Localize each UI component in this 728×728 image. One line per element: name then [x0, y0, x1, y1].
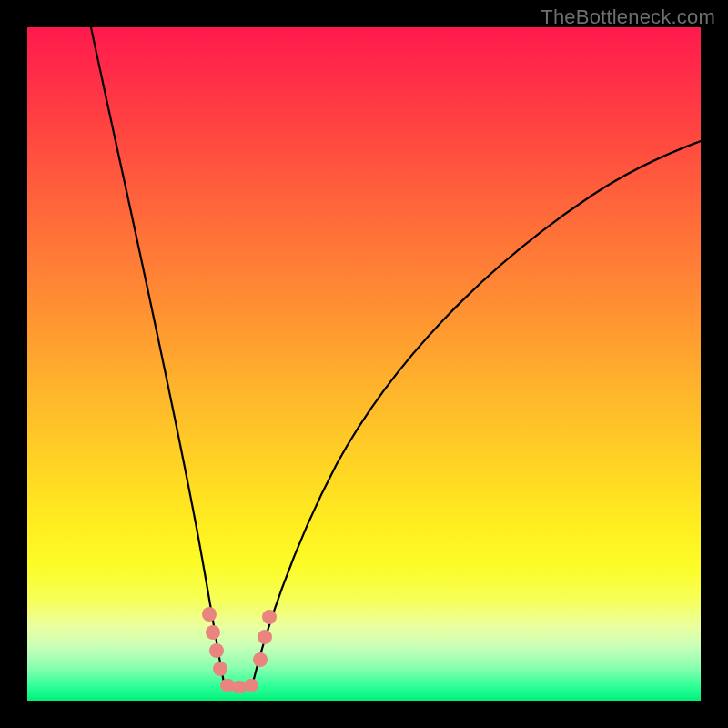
curves-svg: [27, 27, 701, 701]
marker-dot: [258, 630, 272, 644]
plot-area: [27, 27, 701, 701]
marker-dot: [213, 662, 228, 676]
curve-left-branch: [91, 27, 224, 682]
chart-frame: TheBottleneck.com: [0, 0, 728, 728]
watermark-text: TheBottleneck.com: [541, 5, 715, 29]
marker-pill: [244, 679, 258, 692]
marker-dot: [253, 652, 268, 667]
marker-dot: [209, 643, 224, 658]
curve-right-branch: [253, 141, 701, 682]
marker-dot: [202, 607, 217, 622]
marker-dot: [262, 610, 277, 624]
marker-dot: [206, 625, 220, 640]
